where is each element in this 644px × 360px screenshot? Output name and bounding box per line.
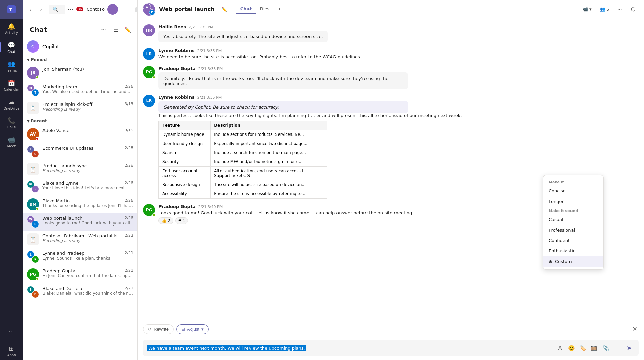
- copilot-avatar: C: [27, 40, 39, 53]
- format-text-button[interactable]: A: [555, 343, 565, 353]
- chat-preview: Recording is ready: [42, 107, 133, 112]
- send-button[interactable]: ➤: [624, 342, 635, 353]
- popout-button[interactable]: ⬡: [628, 4, 639, 15]
- avatar-wrap: 📋: [27, 163, 39, 175]
- dropdown-item-casual[interactable]: Casual: [543, 214, 603, 225]
- tab-add[interactable]: +: [273, 4, 285, 14]
- more-icon: ···: [7, 328, 16, 336]
- list-item[interactable]: JS Joni Sherman (You): [23, 64, 137, 82]
- more-header-button[interactable]: ···: [614, 4, 625, 15]
- list-item[interactable]: BM Blake Martin 2/26 Thanks for sending …: [23, 196, 137, 213]
- chat-header-right: 📹 ▾ 👥 5 ··· ⬡: [580, 4, 639, 15]
- edit-title-button[interactable]: ✏️: [219, 4, 230, 15]
- nav-item-calls[interactable]: 📞 Calls: [0, 113, 23, 132]
- avatar-wrap: 📋: [27, 233, 39, 245]
- pinned-section-header[interactable]: ▼ Pinned: [23, 55, 137, 64]
- avatar-group: E U: [27, 146, 39, 158]
- list-item[interactable]: 📋 Product launch sync 2/26 Recording is …: [23, 160, 137, 178]
- header-av2: P: [149, 9, 155, 16]
- list-item[interactable]: E U Ecommerce UI updates 2/28: [23, 143, 137, 160]
- nav-item-calendar[interactable]: 📅 Calendar: [0, 76, 23, 94]
- onedrive-icon: ☁️: [7, 97, 16, 106]
- chat-name: Pradeep Gupta 2/21: [42, 268, 133, 273]
- nav-label-calendar: Calendar: [4, 88, 19, 91]
- recent-section-header[interactable]: ▼ Recent: [23, 117, 137, 125]
- list-item[interactable]: W P Web portal launch 2/26 Looks good to…: [23, 213, 137, 231]
- nav-label-onedrive: OneDrive: [3, 107, 19, 110]
- dropdown-item-enthusiastic[interactable]: Enthusiastic: [543, 246, 603, 256]
- sticker-button[interactable]: 🏷️: [578, 343, 588, 353]
- search-box[interactable]: 🔍: [49, 5, 65, 14]
- list-item[interactable]: 📋 Project Tailspin kick-off 3/13 Recordi…: [23, 99, 137, 117]
- list-item[interactable]: B D Blake and Daniela 2/21 Blake: Daniel…: [23, 283, 137, 301]
- dropdown-item-longer[interactable]: Longer: [543, 196, 603, 207]
- chat-options-button[interactable]: ···: [98, 24, 109, 35]
- more-options-icon[interactable]: ···: [68, 6, 74, 13]
- more-compose-button[interactable]: ···: [612, 343, 622, 353]
- avatar-wrap: AV: [27, 128, 39, 140]
- chat-name: Joni Sherman (You): [42, 67, 133, 72]
- compose-input-wrap[interactable]: We have a team event next month. We will…: [143, 340, 639, 356]
- avatar-wrap: BL L: [27, 181, 39, 193]
- new-chat-button[interactable]: ✏️: [122, 24, 133, 35]
- user-area[interactable]: 36 Contoso C: [76, 4, 118, 15]
- dropdown-item-custom[interactable]: ⊕ Custom: [543, 256, 603, 267]
- msg-text: We need to be sure the site is accessibl…: [158, 54, 639, 59]
- confident-label: Confident: [549, 238, 570, 243]
- nav-item-meet[interactable]: 📹 Meet: [0, 132, 23, 151]
- custom-icon: ⊕: [549, 259, 552, 264]
- filter-button[interactable]: ☰: [110, 24, 121, 35]
- video-call-button[interactable]: 📹 ▾: [580, 5, 594, 13]
- list-item[interactable]: M T Marketing team 2/26 You: We also nee…: [23, 82, 137, 99]
- dropdown-item-concise[interactable]: Concise: [543, 186, 603, 196]
- emoji-button[interactable]: 😊: [566, 343, 577, 353]
- copilot-item[interactable]: C Copilot: [23, 38, 137, 55]
- chat-name: Ecommerce UI updates 2/28: [42, 146, 133, 151]
- compose-rewrite-bar: ↺ Rewrite ⊞ Adjust ▾ ✕: [143, 321, 639, 337]
- table-row: Dynamic home pageInclude sections for Pr…: [159, 130, 327, 139]
- dropdown-item-professional[interactable]: Professional: [543, 225, 603, 235]
- nav-item-apps[interactable]: ⊞ Apps: [0, 341, 23, 360]
- reaction-thumbs-up[interactable]: 👍 2: [158, 217, 173, 224]
- dropdown-item-confident[interactable]: Confident: [543, 235, 603, 246]
- svg-text:T: T: [9, 7, 12, 12]
- back-button[interactable]: ‹: [26, 5, 35, 14]
- list-item[interactable]: L P Lynne and Pradeep 2/21 Lynne: Sounds…: [23, 248, 137, 266]
- nav-item-more[interactable]: ···: [0, 322, 23, 341]
- msg-avatar: LR: [143, 48, 155, 60]
- nav-label-teams: Teams: [6, 69, 17, 72]
- forward-button[interactable]: ›: [36, 5, 46, 14]
- compose-close-button[interactable]: ✕: [631, 324, 639, 334]
- tab-chat[interactable]: Chat: [236, 4, 256, 14]
- thumbs-up-count: 2: [168, 218, 170, 223]
- messages-area[interactable]: HR Hollie Rees 2/21 3:35 PM Yes, absolut…: [138, 19, 644, 317]
- participants-button[interactable]: 👥 5: [597, 5, 612, 13]
- nav-item-onedrive[interactable]: ☁️ OneDrive: [0, 94, 23, 113]
- reaction-heart[interactable]: ❤️ 1: [175, 217, 188, 224]
- adjust-chevron: ▾: [201, 327, 204, 332]
- message-group: PG Pradeep Gupta 2/21 3:35 PM Definitely…: [143, 66, 639, 89]
- list-item[interactable]: PG Pradeep Gupta 2/21 Hi Joni. Can you c…: [23, 266, 137, 283]
- attach-button[interactable]: 📎: [601, 343, 611, 353]
- chat-name: Lynne and Pradeep 2/21: [42, 251, 133, 256]
- list-item[interactable]: AV Adele Vance 3/15: [23, 125, 137, 143]
- nav-item-activity[interactable]: 🔔 Activity: [0, 19, 23, 38]
- make-it-label: Make it: [543, 178, 603, 186]
- minimize-button[interactable]: —: [121, 5, 130, 14]
- nav-item-chat[interactable]: 💬 Chat: [0, 38, 23, 57]
- msg-bubble: Yes, absolutely. The site will adjust si…: [158, 31, 328, 42]
- adjust-button[interactable]: ⊞ Adjust ▾: [176, 324, 209, 334]
- msg-header: Pradeep Gupta 2/21 3:35 PM: [158, 66, 639, 71]
- tab-files[interactable]: Files: [256, 4, 274, 14]
- compose-input[interactable]: We have a team event next month. We will…: [147, 346, 552, 351]
- nav-item-teams[interactable]: 👥 Teams: [0, 57, 23, 76]
- rewrite-button[interactable]: ↺ Rewrite: [143, 324, 174, 334]
- avatar-wrap: E U: [27, 146, 39, 158]
- pinned-chevron: ▼: [27, 58, 30, 62]
- list-item[interactable]: BL L Blake and Lynne 2/26 You: I love th…: [23, 178, 137, 196]
- gif-button[interactable]: 🎞️: [589, 343, 599, 353]
- status-dot-online: [36, 76, 39, 79]
- list-item[interactable]: 📋 Contoso+Fabrikam - Web portal ki... 2/…: [23, 231, 137, 248]
- recent-label: Recent: [31, 119, 47, 123]
- user-avatar[interactable]: C: [107, 4, 118, 15]
